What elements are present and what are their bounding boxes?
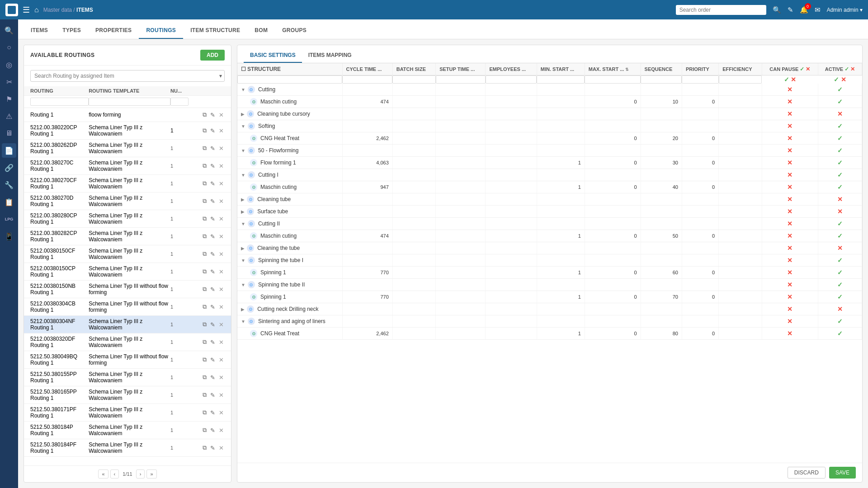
delete-button[interactable]: ✕ (218, 250, 225, 258)
chevron-right-icon[interactable]: ▶ (241, 112, 245, 117)
edit-button[interactable]: ✎ (209, 426, 216, 435)
new-routing-template-input[interactable] (89, 98, 170, 106)
table-row[interactable]: ▶ ⚙ Surface tube ✕ ✕ (237, 206, 862, 218)
delete-button[interactable]: ✕ (218, 267, 225, 276)
tab-item-structure[interactable]: ITEM STRUCTURE (183, 23, 247, 39)
edit-button[interactable]: ✎ (209, 285, 216, 294)
table-row[interactable]: 5212.00.380270CF Routing 1 Schema Liner … (24, 175, 231, 192)
table-row[interactable]: 5212.00380150CP Routing 1 Schema Liner T… (24, 263, 231, 281)
table-row[interactable]: ⚙ Spinning 1 770 1 0 60 0 ✕ (237, 267, 862, 279)
delete-button[interactable]: ✕ (218, 320, 225, 329)
tab-items-mapping[interactable]: ITEMS MAPPING (302, 48, 358, 63)
chevron-right-icon[interactable]: ▶ (241, 197, 245, 202)
table-row[interactable]: 5212.00380304NF Routing 1 Schema Liner T… (24, 316, 231, 333)
table-row[interactable]: ▼ ⚙ Spinning the tube I ✕ ✓ (237, 254, 862, 267)
sidebar-item-warning[interactable]: ⚠ (2, 109, 16, 123)
search-icon[interactable]: 🔍 (773, 6, 781, 14)
table-row[interactable]: ▼ ⚙ Sintering and aging of liners ✕ ✓ (237, 315, 862, 328)
sidebar-item-mobile[interactable]: 📱 (2, 229, 16, 244)
edit-button[interactable]: ✎ (209, 373, 216, 382)
delete-button[interactable]: ✕ (218, 391, 225, 399)
chevron-down-icon[interactable]: ▼ (241, 221, 245, 226)
table-row[interactable]: Routing 1 floow forming ⧉ ✎ ✕ (24, 108, 231, 122)
edit-button[interactable]: ✎ (209, 127, 216, 135)
filter-priority-input[interactable] (682, 75, 718, 84)
table-row[interactable]: ▶ ⚙ Cleaning tube cursory ✕ ✕ (237, 108, 862, 120)
filter-batch-size-input[interactable] (392, 75, 435, 84)
edit-button[interactable]: ✎ (209, 197, 216, 206)
chevron-down-icon[interactable]: ▼ (241, 148, 245, 153)
edit-button[interactable]: ✎ (209, 144, 216, 153)
tab-groups[interactable]: GROUPS (275, 23, 314, 39)
table-row[interactable]: ▶ ⚙ Cleaning tube ✕ ✕ (237, 193, 862, 206)
table-row[interactable]: 5212.50.380171PF Routing 1 Schema Liner … (24, 404, 231, 422)
sidebar-item-scissors[interactable]: ✂ (2, 75, 16, 89)
chevron-down-icon[interactable]: ▼ (241, 282, 245, 287)
new-routing-name-input[interactable] (30, 98, 89, 106)
table-row[interactable]: ▼ ⚙ Spinning the tube II ✕ ✓ (237, 279, 862, 291)
table-row[interactable]: ▼ ⚙ Cutting I ✕ ✓ (237, 169, 862, 181)
tab-bom[interactable]: BOM (247, 23, 275, 39)
table-row[interactable]: 5212.00380320DF Routing 1 Schema Liner T… (24, 333, 231, 351)
delete-button[interactable]: ✕ (218, 162, 225, 170)
delete-button[interactable]: ✕ (218, 444, 225, 452)
table-row[interactable]: ▶ ⚙ Cleaning the tube ✕ ✕ (237, 242, 862, 254)
sidebar-item-clipboard[interactable]: 📋 (2, 195, 16, 209)
table-row[interactable]: ⚙ Maschin cuting 474 1 0 50 0 ✕ (237, 230, 862, 242)
copy-button[interactable]: ⧉ (202, 232, 208, 241)
delete-button[interactable]: ✕ (218, 373, 225, 382)
copy-button[interactable]: ⧉ (202, 110, 208, 119)
table-row[interactable]: 5212.00.380280CP Routing 1 Schema Liner … (24, 210, 231, 228)
chevron-down-icon[interactable]: ▼ (241, 258, 245, 263)
copy-button[interactable]: ⧉ (202, 320, 208, 329)
edit-button[interactable]: ✎ (209, 356, 216, 364)
table-row[interactable]: ⚙ Spinning 1 770 1 0 70 0 ✕ (237, 291, 862, 303)
delete-button[interactable]: ✕ (218, 285, 225, 294)
sidebar-item-circle[interactable]: ○ (2, 40, 16, 55)
sidebar-item-monitor[interactable]: 🖥 (2, 126, 16, 141)
edit-button[interactable]: ✎ (209, 162, 216, 170)
table-row[interactable]: 5212.00.380220CP Routing 1 Schema Liner … (24, 122, 231, 140)
filter-can-pause-check[interactable]: ✓ (784, 76, 789, 83)
table-row[interactable]: ▼ ⚙ Softing ✕ ✓ (237, 120, 862, 132)
copy-button[interactable]: ⧉ (202, 302, 208, 311)
copy-button[interactable]: ⧉ (202, 179, 208, 188)
discard-button[interactable]: DISCARD (788, 467, 826, 479)
menu-icon[interactable]: ☰ (23, 5, 30, 15)
copy-button[interactable]: ⧉ (202, 338, 208, 347)
copy-button[interactable]: ⧉ (202, 390, 208, 399)
copy-button[interactable]: ⧉ (202, 355, 208, 364)
last-page-button[interactable]: » (146, 469, 156, 479)
filter-structure-input[interactable] (237, 75, 342, 84)
mail-icon[interactable]: ✉ (815, 6, 821, 14)
delete-button[interactable]: ✕ (218, 356, 225, 364)
filter-active-x[interactable]: ✕ (841, 76, 846, 83)
new-routing-num-input[interactable] (170, 98, 189, 106)
filter-employees-input[interactable] (486, 75, 537, 84)
copy-button[interactable]: ⧉ (202, 161, 208, 170)
table-row[interactable]: 5212.00380304CB Routing 1 Schema Liner T… (24, 298, 231, 316)
chevron-down-icon[interactable]: ▼ (241, 87, 245, 92)
chevron-right-icon[interactable]: ▶ (241, 246, 245, 251)
user-menu[interactable]: Admin admin ▾ (827, 7, 863, 13)
table-row[interactable]: 5212.00380150CF Routing 1 Schema Liner T… (24, 245, 231, 263)
table-row[interactable]: 5212.00.380282CP Routing 1 Schema Liner … (24, 228, 231, 245)
copy-button[interactable]: ⧉ (202, 197, 208, 206)
home-icon[interactable]: ⌂ (34, 6, 39, 14)
select-all-checkbox-container[interactable]: ☐ (241, 66, 246, 72)
sidebar-item-target[interactable]: ◎ (2, 57, 16, 72)
copy-button[interactable]: ⧉ (202, 249, 208, 258)
chevron-down-icon[interactable]: ▼ (241, 319, 245, 324)
delete-button[interactable]: ✕ (218, 338, 225, 347)
delete-button[interactable]: ✕ (218, 111, 225, 119)
sidebar-item-lpg[interactable]: LPG (2, 212, 16, 226)
sidebar-item-search[interactable]: 🔍 (2, 23, 16, 38)
search-order-input[interactable] (676, 5, 766, 15)
table-row[interactable]: ▼ ⚙ Cutting II ✕ ✓ (237, 218, 862, 230)
table-row[interactable]: ▼ ⚙ 50 - Flowforming ✕ ✓ (237, 145, 862, 157)
edit-button[interactable]: ✎ (209, 408, 216, 417)
delete-button[interactable]: ✕ (218, 426, 225, 435)
next-page-button[interactable]: › (136, 469, 145, 479)
add-routing-button[interactable]: ADD (200, 50, 225, 61)
first-page-button[interactable]: « (98, 469, 108, 479)
